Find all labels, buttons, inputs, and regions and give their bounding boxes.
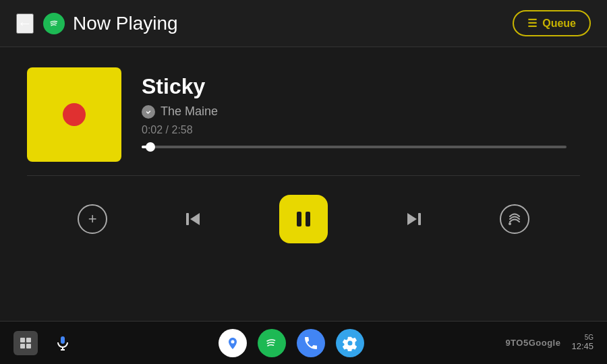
track-details: Sticky The Maine 0:02 / 2:58 bbox=[142, 67, 567, 148]
taskbar: 9TO5Google 5G 12:45 bbox=[0, 321, 607, 364]
grid-icon[interactable] bbox=[13, 331, 38, 355]
progress-thumb bbox=[146, 142, 155, 152]
svg-point-8 bbox=[509, 222, 511, 225]
svg-rect-11 bbox=[20, 344, 25, 348]
queue-button[interactable]: ☰ Queue bbox=[513, 10, 591, 36]
svg-rect-5 bbox=[306, 212, 310, 226]
add-icon: + bbox=[88, 210, 97, 228]
cast-button[interactable] bbox=[500, 204, 529, 234]
svg-rect-6 bbox=[418, 213, 421, 225]
taskbar-center bbox=[77, 329, 505, 357]
back-button[interactable]: ← bbox=[16, 13, 34, 34]
track-info: Sticky The Maine 0:02 / 2:58 bbox=[27, 67, 580, 162]
track-title: Sticky bbox=[142, 74, 567, 99]
spotify-app-icon[interactable] bbox=[258, 329, 286, 357]
svg-rect-9 bbox=[20, 338, 25, 342]
artist-name: The Maine bbox=[161, 104, 218, 119]
maps-app-icon[interactable] bbox=[219, 329, 247, 357]
verified-icon bbox=[142, 105, 155, 119]
svg-marker-3 bbox=[190, 213, 200, 225]
phone-app-icon[interactable] bbox=[297, 329, 325, 357]
svg-rect-12 bbox=[26, 344, 31, 348]
track-artist-row: The Maine bbox=[142, 104, 567, 119]
time-display: 12:45 bbox=[571, 341, 594, 352]
svg-rect-4 bbox=[297, 212, 301, 226]
page-title: Now Playing bbox=[73, 13, 513, 34]
taskbar-left bbox=[13, 329, 77, 357]
progress-bar[interactable] bbox=[142, 146, 567, 148]
queue-label: Queue bbox=[542, 18, 576, 30]
svg-rect-10 bbox=[26, 338, 31, 342]
svg-rect-13 bbox=[61, 336, 65, 344]
track-time: 0:02 / 2:58 bbox=[142, 124, 567, 136]
queue-icon: ☰ bbox=[527, 17, 537, 30]
next-button[interactable] bbox=[402, 208, 425, 231]
pause-button[interactable] bbox=[279, 195, 328, 243]
settings-app-icon[interactable] bbox=[336, 329, 364, 357]
add-button[interactable]: + bbox=[78, 204, 107, 234]
previous-button[interactable] bbox=[182, 208, 205, 231]
album-art bbox=[27, 67, 121, 162]
main-content: Sticky The Maine 0:02 / 2:58 bbox=[0, 47, 607, 175]
mic-icon[interactable] bbox=[49, 329, 77, 357]
album-art-dot bbox=[63, 103, 86, 126]
signal-badge: 5G bbox=[585, 334, 594, 341]
svg-marker-7 bbox=[407, 213, 417, 225]
header: ← Now Playing ☰ Queue bbox=[0, 0, 607, 47]
spotify-icon bbox=[43, 13, 65, 34]
svg-point-17 bbox=[231, 340, 234, 343]
svg-point-1 bbox=[145, 109, 152, 115]
svg-rect-2 bbox=[186, 213, 189, 225]
watermark: 9TO5Google bbox=[505, 338, 560, 348]
svg-point-0 bbox=[49, 18, 60, 29]
playback-controls: + bbox=[0, 176, 607, 262]
taskbar-right: 9TO5Google 5G 12:45 bbox=[505, 334, 594, 352]
progress-bar-wrapper[interactable] bbox=[142, 146, 567, 148]
